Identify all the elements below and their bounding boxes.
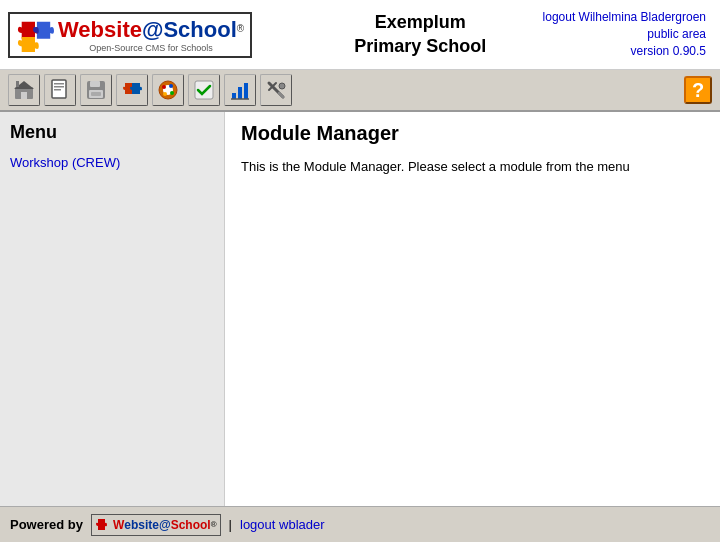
footer-logo-w: W <box>113 518 124 532</box>
site-name: Exemplum <box>298 11 543 34</box>
site-subtitle: Primary School <box>298 35 543 58</box>
toolbar-icons <box>8 74 684 106</box>
footer: Powered by Website@School® | logout wbla… <box>0 506 720 542</box>
svg-rect-7 <box>54 89 61 91</box>
modules-svg <box>121 79 143 101</box>
footer-logout-link[interactable]: logout wblader <box>240 517 325 532</box>
help-label: ? <box>692 79 704 102</box>
logo-puzzle <box>16 16 54 54</box>
stats-icon[interactable] <box>224 74 256 106</box>
themes-icon[interactable] <box>152 74 184 106</box>
save-svg <box>85 79 107 101</box>
content-area: Module Manager This is the Module Manage… <box>225 112 720 506</box>
user-area: public area <box>543 26 706 43</box>
stats-svg <box>229 79 251 101</box>
svg-rect-20 <box>238 87 242 99</box>
svg-point-15 <box>169 84 173 88</box>
svg-rect-2 <box>21 92 27 99</box>
themes-svg <box>157 79 179 101</box>
logo-box: Website@School® Open-Source CMS for Scho… <box>8 12 252 58</box>
svg-rect-19 <box>232 93 236 99</box>
check-svg <box>193 79 215 101</box>
logo-text-group: Website@School® Open-Source CMS for Scho… <box>58 17 244 53</box>
svg-rect-5 <box>54 83 64 85</box>
header: Website@School® Open-Source CMS for Scho… <box>0 0 720 70</box>
content-title: Module Manager <box>241 122 704 145</box>
footer-logo-at: ebsite@ <box>124 518 170 532</box>
logo-at-text: @ <box>142 17 163 42</box>
svg-rect-6 <box>54 86 64 88</box>
sidebar-item-workshop[interactable]: Workshop (CREW) <box>10 155 214 170</box>
footer-logo-reg: ® <box>211 520 217 529</box>
svg-rect-21 <box>244 83 248 99</box>
footer-puzzle-icon <box>95 516 113 534</box>
modules-icon[interactable] <box>116 74 148 106</box>
svg-point-17 <box>163 92 167 96</box>
check-icon[interactable] <box>188 74 220 106</box>
sidebar: Menu Workshop (CREW) <box>0 112 225 506</box>
logo-reg-text: ® <box>237 22 244 33</box>
help-button[interactable]: ? <box>684 76 712 104</box>
logo-website-text: Website <box>58 17 142 42</box>
svg-rect-3 <box>16 81 19 87</box>
svg-point-14 <box>162 85 166 89</box>
logo-area: Website@School® Open-Source CMS for Scho… <box>8 12 298 58</box>
save-icon[interactable] <box>80 74 112 106</box>
version-label: version 0.90.5 <box>543 43 706 60</box>
home-svg <box>13 79 35 101</box>
site-title: Exemplum Primary School <box>298 11 543 58</box>
powered-by-label: Powered by <box>10 517 83 532</box>
logo-main-text: Website@School® <box>58 17 244 43</box>
content-description: This is the Module Manager. Please selec… <box>241 159 704 174</box>
logo-tagline-text: Open-Source CMS for Schools <box>58 43 244 53</box>
user-info: logout Wilhelmina Bladergroen public are… <box>543 9 712 59</box>
user-logout-link[interactable]: logout Wilhelmina Bladergroen <box>543 9 706 26</box>
home-icon[interactable] <box>8 74 40 106</box>
toolbar: ? <box>0 70 720 112</box>
footer-separator: | <box>229 517 232 532</box>
footer-logo-school: School <box>171 518 211 532</box>
svg-point-16 <box>170 91 174 95</box>
puzzle-icon <box>16 16 54 54</box>
page-icon[interactable] <box>44 74 76 106</box>
tools-icon[interactable] <box>260 74 292 106</box>
page-svg <box>49 79 71 101</box>
logo-school-text: School <box>163 17 236 42</box>
svg-point-25 <box>279 83 285 89</box>
sidebar-title: Menu <box>10 122 214 143</box>
svg-rect-9 <box>90 81 100 87</box>
tools-svg <box>265 79 287 101</box>
footer-logo: Website@School® <box>91 514 221 536</box>
svg-rect-11 <box>91 92 101 96</box>
svg-line-26 <box>279 93 283 97</box>
main-area: Menu Workshop (CREW) Module Manager This… <box>0 112 720 506</box>
